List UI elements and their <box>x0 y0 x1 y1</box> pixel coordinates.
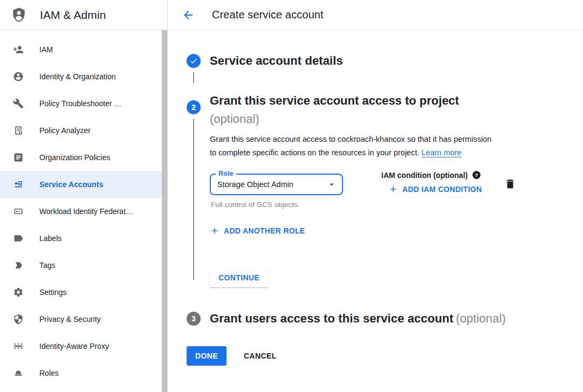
person-add-icon <box>13 44 24 55</box>
sidebar-item-label: Labels <box>39 234 61 243</box>
sidebar-item-tags[interactable]: Tags <box>0 252 168 279</box>
description-line-1: Grant this service account access to coc… <box>210 135 491 143</box>
badge-card-icon <box>13 206 24 217</box>
sidebar-item-label: Workload Identity Federat… <box>39 207 133 216</box>
sidebar: IAM & Admin IAM Identity & Organization … <box>0 0 168 392</box>
page-title: Create service account <box>212 9 324 21</box>
sidebar-item-label: Organization Policies <box>39 153 111 162</box>
sidebar-item-label: Identity-Aware Proxy <box>39 342 109 350</box>
sidebar-item-labels[interactable]: Labels <box>0 225 168 252</box>
document-list-icon <box>13 152 24 163</box>
step3-optional-label: (optional) <box>456 312 506 325</box>
check-icon <box>189 57 198 65</box>
app-window: IAM & Admin IAM Identity & Organization … <box>0 0 583 392</box>
step2-optional-label: (optional) <box>210 110 567 128</box>
role-helper-text: Full control of GCS objects. <box>210 201 343 209</box>
sidebar-divider <box>167 0 168 392</box>
sidebar-item-service-accounts[interactable]: Service Accounts <box>0 171 168 198</box>
main-panel: Create service account Service account d… <box>168 0 583 392</box>
sidebar-item-identity-aware-proxy[interactable]: Identity-Aware Proxy <box>0 333 168 360</box>
step1-completed-badge <box>187 54 201 68</box>
step-grant-users-access: 3 Grant users access to this service acc… <box>187 305 567 327</box>
sidebar-item-label: Policy Troubleshooter … <box>39 99 122 108</box>
sidebar-item-label: Tags <box>39 261 56 270</box>
description-line-2: to complete specific actions on the reso… <box>210 148 419 157</box>
sidebar-item-label: Policy Analyzer <box>39 126 91 135</box>
sidebar-item-identity-organization[interactable]: Identity & Organization <box>0 63 168 90</box>
tag-arrow-icon <box>13 260 24 271</box>
iam-shield-person-icon <box>10 6 28 24</box>
stepper-connector <box>193 119 194 280</box>
form-actions: DONE CANCEL <box>187 346 567 366</box>
step3-rail: 3 <box>187 305 201 327</box>
plus-icon <box>388 184 398 194</box>
learn-more-link[interactable]: Learn more <box>422 148 462 157</box>
sidebar-item-roles[interactable]: Roles <box>0 360 168 387</box>
role-selected-value: Storage Object Admin <box>217 180 327 189</box>
page-header: Create service account <box>168 0 583 30</box>
wrench-icon <box>13 98 24 109</box>
cancel-button[interactable]: CANCEL <box>235 346 285 366</box>
dropdown-arrow-icon <box>327 180 337 189</box>
arrow-back-icon[interactable] <box>182 9 195 22</box>
sidebar-item-organization-policies[interactable]: Organization Policies <box>0 144 168 171</box>
iam-condition-label: IAM condition (optional) <box>381 171 468 180</box>
sidebar-scrollbar-track[interactable] <box>162 30 167 392</box>
plus-icon <box>210 226 220 236</box>
continue-button[interactable]: CONTINUE <box>210 268 268 287</box>
step1-rail <box>187 54 201 83</box>
iam-condition-block: IAM condition (optional) ? ADD IAM CONDI… <box>381 170 482 209</box>
step3-title: Grant users access to this service accou… <box>210 312 454 325</box>
step-grant-access-to-project: 2 Grant this service account access to p… <box>187 92 567 305</box>
add-iam-condition-button[interactable]: ADD IAM CONDITION <box>388 184 482 194</box>
step2-title: Grant this service account access to pro… <box>210 94 459 107</box>
role-field-group: Role Storage Object Admin Full control o… <box>210 174 343 209</box>
role-row: Role Storage Object Admin Full control o… <box>210 174 567 209</box>
service-account-key-icon <box>13 179 24 190</box>
sidebar-nav: IAM Identity & Organization Policy Troub… <box>0 30 168 387</box>
sidebar-item-privacy-security[interactable]: Privacy & Security <box>0 306 168 333</box>
sidebar-item-label: Service Accounts <box>39 180 104 189</box>
step3-number-badge: 3 <box>187 312 201 326</box>
gear-icon <box>13 287 24 298</box>
stepper-connector <box>193 72 194 83</box>
sidebar-item-label: IAM <box>39 45 53 54</box>
add-another-role-button[interactable]: ADD ANOTHER ROLE <box>210 226 567 236</box>
step-service-account-details: Service account details <box>187 54 567 83</box>
role-field-label: Role <box>216 170 236 177</box>
proxy-strip-icon <box>13 341 24 352</box>
role-select[interactable]: Role Storage Object Admin <box>210 174 343 195</box>
step2-description: Grant this service account access to coc… <box>210 133 567 160</box>
sidebar-item-label: Privacy & Security <box>39 315 101 324</box>
product-title: IAM & Admin <box>40 9 106 22</box>
sidebar-item-workload-identity-federation[interactable]: Workload Identity Federat… <box>0 198 168 225</box>
step2-rail: 2 <box>187 92 201 287</box>
label-icon <box>13 233 24 244</box>
add-another-role-label: ADD ANOTHER ROLE <box>224 226 305 235</box>
sidebar-item-policy-troubleshooter[interactable]: Policy Troubleshooter … <box>0 90 168 117</box>
svg-text:?: ? <box>475 172 478 178</box>
add-iam-condition-label: ADD IAM CONDITION <box>402 185 482 194</box>
done-button[interactable]: DONE <box>187 346 227 366</box>
hat-icon <box>13 368 24 379</box>
sidebar-item-iam[interactable]: IAM <box>0 36 168 63</box>
trash-icon[interactable] <box>504 178 516 190</box>
sidebar-item-label: Roles <box>39 369 59 377</box>
account-circle-icon <box>13 71 24 82</box>
stepper-content: Service account details 2 Grant this ser… <box>168 30 583 366</box>
policy-analyzer-icon <box>13 125 24 136</box>
sidebar-header: IAM & Admin <box>0 0 168 30</box>
help-icon[interactable]: ? <box>472 170 481 180</box>
sidebar-item-label: Settings <box>39 288 67 297</box>
sidebar-item-settings[interactable]: Settings <box>0 279 168 306</box>
sidebar-item-policy-analyzer[interactable]: Policy Analyzer <box>0 117 168 144</box>
step1-title: Service account details <box>210 54 343 67</box>
sidebar-scrollbar-thumb[interactable] <box>162 30 167 392</box>
shield-icon <box>13 314 24 325</box>
step2-number-badge: 2 <box>187 100 201 114</box>
sidebar-item-label: Identity & Organization <box>39 72 116 81</box>
